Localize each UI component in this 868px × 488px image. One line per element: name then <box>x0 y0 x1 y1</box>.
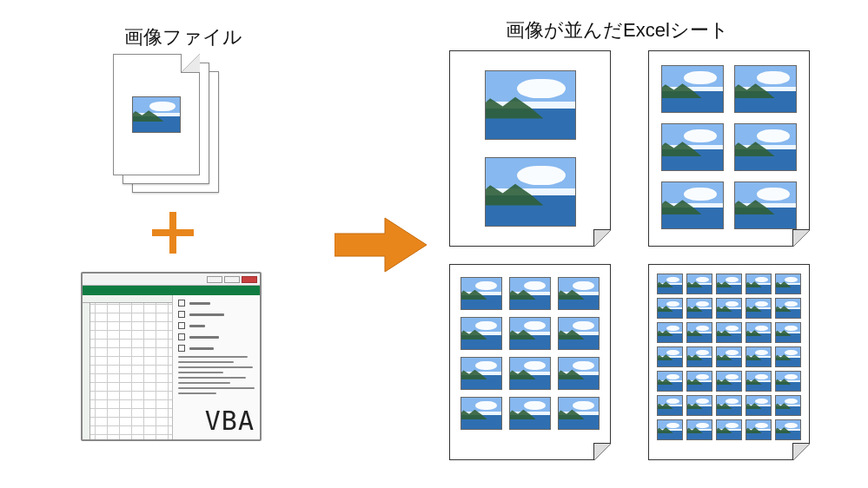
landscape-thumbnail-icon <box>657 346 683 367</box>
landscape-thumbnail-icon <box>716 298 742 319</box>
landscape-thumbnail-icon <box>716 346 742 367</box>
landscape-thumbnail-icon <box>775 371 801 392</box>
landscape-thumbnail-icon <box>657 371 683 392</box>
image-file-icon <box>113 54 200 175</box>
landscape-thumbnail-icon <box>558 357 600 390</box>
thumbnail-grid <box>450 51 610 246</box>
plus-icon <box>152 212 194 254</box>
page-dogear-icon <box>181 54 200 73</box>
landscape-thumbnail-icon <box>775 419 801 440</box>
vba-code-lines <box>178 356 255 394</box>
landscape-thumbnail-icon <box>661 181 724 229</box>
landscape-thumbnail-icon <box>657 322 683 343</box>
checkbox-icon <box>178 322 185 329</box>
thumbnail-grid <box>450 265 610 459</box>
code-line <box>178 361 234 363</box>
text-bar <box>189 302 210 305</box>
landscape-thumbnail-icon <box>745 322 772 343</box>
code-line <box>178 372 223 373</box>
landscape-thumbnail-icon <box>734 65 797 113</box>
landscape-thumbnail-icon <box>716 419 742 440</box>
landscape-thumbnail-icon <box>657 298 683 319</box>
code-line <box>178 356 248 358</box>
landscape-thumbnail-icon <box>485 157 576 227</box>
landscape-thumbnail-icon <box>686 322 712 343</box>
landscape-thumbnail-icon <box>734 123 797 171</box>
landscape-thumbnail-icon <box>657 419 683 440</box>
text-bar <box>189 336 219 339</box>
code-line <box>178 366 253 368</box>
left-title-label: 画像ファイル <box>124 24 242 50</box>
spreadsheet-grid-icon <box>83 295 173 439</box>
vba-checklist-item <box>178 311 255 318</box>
landscape-thumbnail-icon <box>509 397 551 430</box>
output-sheet-5col <box>648 264 810 460</box>
landscape-thumbnail-icon <box>745 346 772 367</box>
landscape-thumbnail-icon <box>716 322 742 343</box>
vba-checklist-item <box>178 345 255 352</box>
output-sheet-3col <box>449 264 611 460</box>
landscape-thumbnail-icon <box>461 357 502 390</box>
landscape-thumbnail-icon <box>132 96 181 133</box>
landscape-thumbnail-icon <box>657 395 683 416</box>
window-max-button-icon <box>224 276 240 283</box>
window-close-button-icon <box>242 276 257 283</box>
landscape-thumbnail-icon <box>661 65 724 113</box>
landscape-thumbnail-icon <box>558 397 600 430</box>
landscape-thumbnail-icon <box>686 419 712 440</box>
landscape-thumbnail-icon <box>716 274 742 294</box>
landscape-thumbnail-icon <box>716 371 742 392</box>
vba-badge-label: VBA <box>205 406 255 436</box>
output-sheet-1col <box>449 50 611 247</box>
page-curl-icon <box>593 443 611 460</box>
landscape-thumbnail-icon <box>775 298 801 319</box>
page-curl-icon <box>593 229 611 247</box>
landscape-thumbnail-icon <box>745 274 772 294</box>
landscape-thumbnail-icon <box>686 298 712 319</box>
landscape-thumbnail-icon <box>775 395 801 416</box>
text-bar <box>189 347 214 350</box>
excel-vba-window-icon: VBA <box>81 272 262 441</box>
page-curl-icon <box>792 443 810 460</box>
vba-checklist-item <box>178 300 255 307</box>
landscape-thumbnail-icon <box>686 371 712 392</box>
code-line <box>178 377 246 379</box>
checkbox-icon <box>178 311 185 318</box>
landscape-thumbnail-icon <box>775 346 801 367</box>
checkbox-icon <box>178 345 185 352</box>
text-bar <box>189 325 205 327</box>
vba-checklist-item <box>178 333 255 340</box>
excel-ribbon <box>83 286 260 295</box>
landscape-thumbnail-icon <box>745 298 772 319</box>
landscape-thumbnail-icon <box>745 371 772 392</box>
code-line <box>178 392 216 394</box>
code-line <box>178 382 230 384</box>
excel-body: VBA <box>83 295 260 439</box>
code-line <box>178 387 255 389</box>
landscape-thumbnail-icon <box>716 395 742 416</box>
vba-checklist <box>178 300 255 352</box>
landscape-thumbnail-icon <box>745 419 772 440</box>
checkbox-icon <box>178 333 185 340</box>
thumbnail-grid <box>649 51 809 246</box>
landscape-thumbnail-icon <box>686 274 712 294</box>
vba-checklist-item <box>178 322 255 329</box>
landscape-thumbnail-icon <box>745 395 772 416</box>
right-title-label: 画像が並んだExcelシート <box>506 17 729 43</box>
landscape-thumbnail-icon <box>461 397 502 430</box>
landscape-thumbnail-icon <box>661 123 724 171</box>
landscape-thumbnail-icon <box>558 317 600 350</box>
output-sheet-2col <box>648 50 810 247</box>
image-file-stack <box>113 54 217 197</box>
landscape-thumbnail-icon <box>775 274 801 294</box>
landscape-thumbnail-icon <box>509 277 551 310</box>
landscape-thumbnail-icon <box>509 357 551 390</box>
thumbnail-grid <box>649 265 809 459</box>
landscape-thumbnail-icon <box>657 274 683 294</box>
landscape-thumbnail-icon <box>734 181 797 229</box>
landscape-thumbnail-icon <box>509 317 551 350</box>
page-curl-icon <box>792 229 810 247</box>
arrow-right-icon <box>335 214 427 275</box>
vba-code-pane: VBA <box>173 295 260 439</box>
svg-marker-0 <box>335 218 427 272</box>
